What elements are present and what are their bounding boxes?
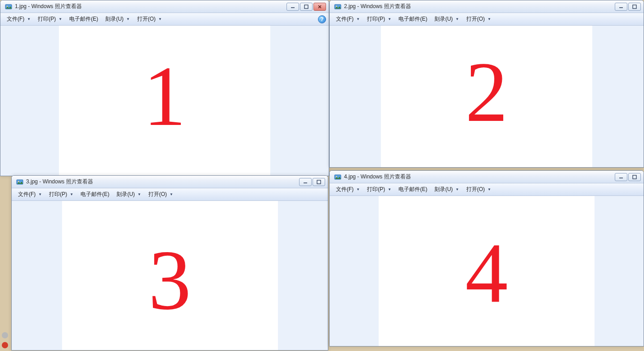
menubar: 文件(F)▼ 打印(P)▼ 电子邮件(E) 刻录(U)▼ 打开(O)▼ (330, 13, 644, 26)
menu-file-label: 文件(F) (7, 15, 24, 23)
image-canvas[interactable]: 2 (330, 26, 644, 167)
menu-file-label: 文件(F) (18, 191, 36, 198)
chevron-down-icon: ▼ (487, 17, 491, 21)
chevron-down-icon: ▼ (27, 17, 31, 21)
titlebar[interactable]: 2.jpg - Windows 照片查看器 (330, 0, 644, 13)
window-controls (615, 173, 641, 181)
menubar: 文件(F)▼ 打印(P)▼ 电子邮件(E) 刻录(U)▼ 打开(O)▼ (330, 183, 644, 196)
image-content: 3 (148, 237, 191, 323)
help-glyph: ? (320, 16, 323, 22)
menubar: 文件(F)▼ 打印(P)▼ 电子邮件(E) 刻录(U)▼ 打开(O)▼ ? (0, 13, 329, 26)
svg-point-1 (7, 5, 8, 7)
menu-email[interactable]: 电子邮件(E) (395, 184, 431, 195)
svg-point-7 (336, 5, 337, 7)
menu-email-label: 电子邮件(E) (69, 15, 98, 23)
menu-burn-label: 刻录(U) (434, 186, 453, 193)
menu-print-label: 打印(P) (367, 186, 385, 193)
chevron-down-icon: ▼ (356, 17, 360, 21)
window-title: 2.jpg - Windows 照片查看器 (344, 3, 411, 10)
window-controls (286, 3, 326, 11)
photo-viewer-window: 3.jpg - Windows 照片查看器 文件(F)▼ 打印(P)▼ 电子邮件… (11, 175, 328, 351)
menu-burn[interactable]: 刻录(U)▼ (431, 184, 463, 195)
app-icon (334, 173, 341, 181)
menu-email-label: 电子邮件(E) (398, 186, 427, 193)
menu-print-label: 打印(P) (49, 191, 67, 198)
menu-burn-label: 刻录(U) (434, 15, 453, 23)
titlebar[interactable]: 1.jpg - Windows 照片查看器 (0, 0, 329, 13)
menu-open-label: 打开(O) (137, 15, 156, 23)
chevron-down-icon: ▼ (388, 187, 391, 191)
image-content: 1 (143, 53, 186, 139)
menu-email[interactable]: 电子邮件(E) (395, 14, 431, 24)
titlebar[interactable]: 4.jpg - Windows 照片查看器 (330, 171, 644, 183)
window-title: 3.jpg - Windows 照片查看器 (26, 178, 93, 186)
image-canvas[interactable]: 4 (330, 196, 644, 346)
menu-burn-label: 刻录(U) (116, 191, 135, 198)
menu-print-label: 打印(P) (367, 15, 385, 23)
maximize-button[interactable] (628, 3, 641, 11)
chevron-down-icon: ▼ (356, 187, 360, 191)
menu-email[interactable]: 电子邮件(E) (77, 189, 113, 200)
minimize-button[interactable] (615, 3, 627, 11)
chevron-down-icon: ▼ (126, 17, 130, 21)
tray-icon (2, 342, 8, 348)
image-page: 2 (381, 26, 592, 167)
titlebar[interactable]: 3.jpg - Windows 照片查看器 (12, 176, 328, 188)
image-canvas[interactable]: 3 (12, 201, 328, 350)
image-canvas[interactable]: 1 (0, 26, 329, 176)
chevron-down-icon: ▼ (456, 17, 459, 21)
menu-file-label: 文件(F) (336, 186, 353, 193)
menu-open[interactable]: 打开(O)▼ (463, 14, 495, 24)
help-icon[interactable]: ? (318, 15, 326, 23)
menu-file[interactable]: 文件(F)▼ (332, 184, 363, 195)
maximize-button[interactable] (313, 178, 325, 186)
photo-viewer-window: 4.jpg - Windows 照片查看器 文件(F)▼ 打印(P)▼ 电子邮件… (329, 170, 644, 347)
menu-print[interactable]: 打印(P)▼ (363, 14, 395, 24)
window-title: 1.jpg - Windows 照片查看器 (15, 3, 82, 10)
menu-file[interactable]: 文件(F)▼ (332, 14, 363, 24)
menu-open[interactable]: 打开(O)▼ (145, 189, 177, 200)
svg-point-15 (336, 176, 337, 177)
minimize-button[interactable] (615, 173, 627, 181)
close-button[interactable] (313, 3, 326, 11)
menu-open[interactable]: 打开(O)▼ (134, 14, 165, 24)
chevron-down-icon: ▼ (158, 17, 162, 21)
menu-open-label: 打开(O) (466, 15, 485, 23)
window-controls (299, 178, 325, 186)
chevron-down-icon: ▼ (38, 192, 42, 196)
menu-burn[interactable]: 刻录(U)▼ (431, 14, 463, 24)
chevron-down-icon: ▼ (487, 187, 491, 191)
menu-print[interactable]: 打印(P)▼ (34, 14, 66, 24)
menu-email[interactable]: 电子邮件(E) (66, 14, 102, 24)
menu-burn[interactable]: 刻录(U)▼ (102, 14, 134, 24)
menu-file[interactable]: 文件(F)▼ (3, 14, 34, 24)
svg-rect-13 (317, 180, 321, 184)
photo-viewer-window: 1.jpg - Windows 照片查看器 文件(F)▼ 打印(P)▼ 电子邮件… (0, 0, 329, 176)
menu-file[interactable]: 文件(F)▼ (14, 189, 45, 200)
menu-file-label: 文件(F) (336, 15, 353, 23)
minimize-button[interactable] (299, 178, 312, 186)
image-page: 1 (59, 26, 270, 176)
chevron-down-icon: ▼ (138, 192, 141, 196)
svg-rect-17 (633, 175, 636, 179)
maximize-button[interactable] (628, 173, 641, 181)
tray-icon (2, 332, 8, 338)
menu-open[interactable]: 打开(O)▼ (463, 184, 495, 195)
chevron-down-icon: ▼ (388, 17, 391, 21)
window-title: 4.jpg - Windows 照片查看器 (344, 173, 411, 181)
app-icon (334, 3, 341, 10)
image-page: 3 (62, 201, 278, 350)
window-controls (615, 3, 641, 11)
maximize-button[interactable] (300, 3, 313, 11)
menu-print[interactable]: 打印(P)▼ (45, 189, 77, 200)
minimize-button[interactable] (286, 3, 299, 11)
image-content: 2 (465, 49, 508, 135)
menu-email-label: 电子邮件(E) (398, 15, 427, 23)
menu-print[interactable]: 打印(P)▼ (363, 184, 395, 195)
chevron-down-icon: ▼ (58, 17, 62, 21)
chevron-down-icon: ▼ (170, 192, 173, 196)
menu-burn[interactable]: 刻录(U)▼ (113, 189, 145, 200)
app-icon (5, 3, 12, 10)
svg-rect-9 (633, 5, 636, 9)
menu-email-label: 电子邮件(E) (80, 191, 109, 198)
